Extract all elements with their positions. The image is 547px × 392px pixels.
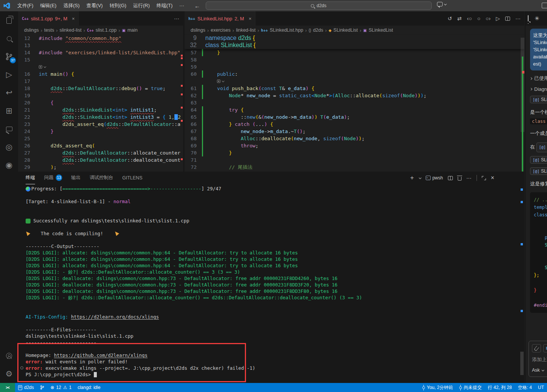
chat-mode-picker[interactable]: Ask [532,368,547,373]
commit-status[interactable]: 尚未提交 [456,383,485,392]
indentation-indicator[interactable]: 空格: 4 [515,383,535,392]
menu-item[interactable]: 查看(V) [83,0,106,11]
terminal-scrollbar[interactable] [520,352,524,375]
compare-changes-icon[interactable]: ⇄ [457,15,462,21]
context-file-chip[interactable]: h++ S [543,344,547,352]
encoding-indicator[interactable]: UT [535,383,547,392]
breadcrumb-item[interactable]: tests [44,28,54,33]
code-token: // ... [534,197,547,202]
change-icon[interactable]: ○ [477,15,480,21]
tab-secondary-view[interactable]: ✳ [535,15,539,22]
breadcrumb-item[interactable]: SLinkedList.hpp [270,28,303,33]
chat-message-line: availabl [533,53,547,60]
terminal-link[interactable]: https://github.com/d2learn/xlings [54,352,147,358]
menu-item[interactable]: 编辑(E) [37,0,60,11]
line-number: 70 [185,149,202,156]
maximize-panel-icon[interactable] [482,176,486,180]
remote-indicator[interactable]: >< [0,383,15,392]
kill-terminal-icon[interactable] [458,177,461,181]
close-panel-icon[interactable]: × [491,175,494,181]
panel-tab-输出[interactable]: 输出 [71,172,81,184]
new-terminal-icon[interactable]: + [410,174,414,182]
more-actions-icon[interactable]: ··· [466,175,472,181]
sidebar-item-gitlens[interactable]: ◉ [0,156,18,174]
cursor-position[interactable]: 行 42, 列 28 [485,383,515,392]
code-editor-right[interactable]: 57 }585960 public:61 void push_back(cons… [185,49,524,171]
symbol-chip[interactable]: [@]SLinke [530,167,547,175]
command-center[interactable]: d2ds [206,2,432,10]
branch-indicator[interactable] [37,383,47,392]
terminal-instance-pwsh[interactable]: >_ pwsh [426,175,443,181]
code-editor-left[interactable]: 12#include "common/common.hpp"1314#inclu… [18,35,183,171]
breadcrumb-item[interactable]: d2ds [313,28,323,33]
symbol-chip[interactable]: [@]SLinke [530,156,547,164]
sidebar-item-search[interactable] [0,29,18,47]
symbol-chip[interactable]: [@]SLi [536,142,547,152]
code-token: ( [92,143,95,149]
breadcrumb-item[interactable]: linked-list [236,28,255,33]
split-terminal-icon[interactable] [448,176,453,180]
breadcrumb-item[interactable]: main [127,28,138,33]
menu-item[interactable]: 转到(G) [106,0,130,11]
menu-item[interactable]: 选择(S) [60,0,83,11]
terminal-output[interactable]: Progress: [=============================… [18,185,515,383]
close-icon[interactable]: × [249,16,252,21]
tab-slist1cpp[interactable]: C++ slist.1.cpp 9+, M × [18,11,79,26]
codelens-row[interactable] [18,63,183,70]
tab-slinkedlisthpp[interactable]: h++ SLinkedList.hpp 2, M × [185,11,255,26]
layout-control-icon[interactable] [542,3,547,8]
terminal-line: PS J:\cpp_project\d2ds> [26,371,515,378]
copilot-menu-button[interactable] [437,2,446,6]
next-change-icon[interactable]: ○› [486,15,490,21]
more-actions-icon[interactable]: ··· [515,15,521,21]
chat-collapsed-section[interactable]: Diagno [530,86,547,92]
problems-indicator[interactable]: ⊗ 12 ⚠ 1 [47,383,75,392]
code-token: ) [50,164,53,170]
symbol-chip[interactable]: [@]SLinke [530,96,547,103]
panel-tab-调试控制台[interactable]: 调试控制台 [90,172,113,184]
split-editor-icon[interactable] [505,17,510,21]
settings-button[interactable]: ⚙ [0,365,18,383]
sidebar-item-remote-explorer[interactable] [0,120,18,138]
breadcrumb-item[interactable]: dslings [24,28,39,33]
sidebar-item-extensions[interactable]: ⊞ [0,102,18,120]
clangd-status[interactable]: clangd: idle [75,383,104,392]
project-indicator[interactable]: d2ds [15,383,37,392]
terminal-line [26,346,515,352]
breadcrumb-item[interactable]: slist.1.cpp [96,28,117,33]
menu-item[interactable]: ··· [176,0,188,11]
tab-copilot-chat[interactable] [528,13,529,24]
blame-indicator[interactable]: You, 2分钟前 [419,383,456,392]
nav-back-icon[interactable]: ← [194,3,200,9]
panel-tab-终端[interactable]: 终端 [26,172,35,184]
close-icon[interactable]: × [72,16,75,21]
attach-context-button[interactable] [532,344,541,352]
prev-change-icon[interactable]: ‹○ [467,15,472,21]
sidebar-item-git-graph[interactable]: ◎ [0,138,18,156]
timeline-icon[interactable]: ↺ [448,15,452,21]
menu-item[interactable]: 文件(F) [14,0,37,11]
breadcrumb-item[interactable]: exercises [211,28,231,33]
sidebar-item-run-debug[interactable]: ▷ [0,66,18,84]
sidebar-item-explorer[interactable] [0,11,18,29]
sidebar-item-testing[interactable]: ↩ [0,84,18,102]
chat-collapsed-section[interactable]: 已使用 [530,75,547,82]
breadcrumb-item[interactable]: SLinkedList [333,28,358,33]
codelens-row[interactable] [185,78,524,85]
menu-item[interactable]: 终端(T) [153,0,176,11]
menu-item[interactable]: 运行(R) [130,0,153,11]
breadcrumb-item[interactable]: slinked-list [60,28,81,33]
breadcrumb-item[interactable]: dslings [191,28,205,33]
panel-tab-问题[interactable]: 问题13 [44,172,62,184]
more-actions-icon[interactable]: ··· [174,15,179,21]
run-file-icon[interactable]: ▷ [496,15,500,21]
panel-tab-GITLENS[interactable]: GITLENS [122,172,143,184]
code-line: 70 } [185,149,524,156]
modified-line-marker [202,128,203,135]
terminal-link[interactable]: https://d2learn.org/docs/xlings [71,314,159,320]
breadcrumb-item[interactable]: SLinkedList [368,28,393,33]
terminal-profile-chevron-icon[interactable] [419,176,421,179]
sidebar-item-source-control[interactable]: 37 [0,47,18,66]
chat-input-box[interactable]: h++ S 添加上下 Ask [529,341,547,377]
account-button[interactable] [0,347,18,365]
